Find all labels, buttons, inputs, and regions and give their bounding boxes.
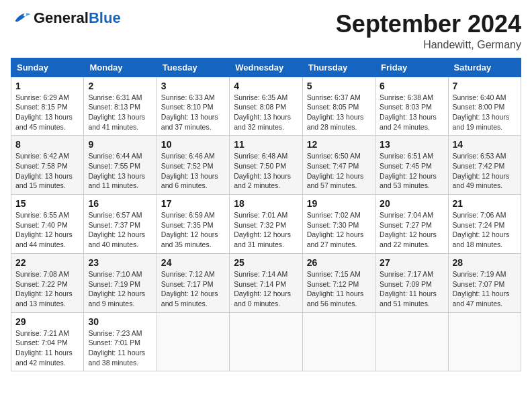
calendar-week-row: 22Sunrise: 7:08 AMSunset: 7:22 PMDayligh… [11,253,521,312]
day-detail: Sunrise: 7:21 AMSunset: 7:04 PMDaylight:… [15,328,79,368]
calendar-day-cell: 18Sunrise: 7:01 AMSunset: 7:32 PMDayligh… [230,195,302,254]
day-detail: Sunrise: 7:02 AMSunset: 7:30 PMDaylight:… [307,210,371,250]
calendar-day-cell: 29Sunrise: 7:21 AMSunset: 7:04 PMDayligh… [11,312,84,371]
day-number: 21 [453,198,517,209]
calendar-day-cell: 7Sunrise: 6:40 AMSunset: 8:00 PMDaylight… [448,77,521,136]
day-number: 7 [453,81,517,91]
day-detail: Sunrise: 6:31 AMSunset: 8:13 PMDaylight:… [88,93,152,132]
calendar-day-cell: 4Sunrise: 6:35 AMSunset: 8:08 PMDaylight… [230,77,302,136]
day-number: 15 [15,198,79,209]
calendar-day-cell [157,312,229,371]
calendar-day-cell: 8Sunrise: 6:42 AMSunset: 7:58 PMDaylight… [11,136,84,195]
day-number: 12 [307,139,371,150]
logo-text: GeneralBlue [34,11,121,26]
day-number: 17 [161,198,225,209]
day-detail: Sunrise: 6:50 AMSunset: 7:47 PMDaylight:… [307,151,371,191]
calendar-day-cell: 27Sunrise: 7:17 AMSunset: 7:09 PMDayligh… [375,253,448,312]
day-number: 24 [161,257,225,268]
calendar-day-cell [375,312,448,371]
day-number: 4 [234,81,298,91]
day-number: 20 [380,198,443,209]
day-detail: Sunrise: 6:38 AMSunset: 8:03 PMDaylight:… [380,93,443,132]
day-number: 28 [453,257,517,268]
day-detail: Sunrise: 7:01 AMSunset: 7:32 PMDaylight:… [234,210,298,250]
day-detail: Sunrise: 6:35 AMSunset: 8:08 PMDaylight:… [234,93,298,132]
weekday-header-row: SundayMondayTuesdayWednesdayThursdayFrid… [11,58,521,77]
calendar-day-cell: 11Sunrise: 6:48 AMSunset: 7:50 PMDayligh… [230,136,302,195]
day-number: 29 [15,316,79,327]
weekday-header-wednesday: Wednesday [230,58,302,77]
calendar-week-row: 29Sunrise: 7:21 AMSunset: 7:04 PMDayligh… [11,312,521,371]
calendar-day-cell: 23Sunrise: 7:10 AMSunset: 7:19 PMDayligh… [84,253,157,312]
day-detail: Sunrise: 6:44 AMSunset: 7:55 PMDaylight:… [88,151,152,191]
weekday-header-monday: Monday [84,58,157,77]
day-detail: Sunrise: 7:10 AMSunset: 7:19 PMDaylight:… [88,269,152,309]
calendar-week-row: 15Sunrise: 6:55 AMSunset: 7:40 PMDayligh… [11,195,521,254]
day-number: 3 [161,81,225,91]
calendar-day-cell: 15Sunrise: 6:55 AMSunset: 7:40 PMDayligh… [11,195,84,254]
day-number: 23 [88,257,152,268]
day-detail: Sunrise: 6:48 AMSunset: 7:50 PMDaylight:… [234,151,298,191]
calendar-day-cell: 20Sunrise: 7:04 AMSunset: 7:27 PMDayligh… [375,195,448,254]
calendar-day-cell: 26Sunrise: 7:15 AMSunset: 7:12 PMDayligh… [302,253,375,312]
day-number: 11 [234,139,298,150]
day-detail: Sunrise: 6:57 AMSunset: 7:37 PMDaylight:… [88,210,152,250]
day-number: 14 [453,139,517,150]
title-block: September 2024 Handewitt, Germany [336,11,521,51]
calendar-day-cell: 19Sunrise: 7:02 AMSunset: 7:30 PMDayligh… [302,195,375,254]
calendar-day-cell: 21Sunrise: 7:06 AMSunset: 7:24 PMDayligh… [448,195,521,254]
calendar-day-cell: 6Sunrise: 6:38 AMSunset: 8:03 PMDaylight… [375,77,448,136]
calendar-week-row: 1Sunrise: 6:29 AMSunset: 8:15 PMDaylight… [11,77,521,136]
calendar-day-cell: 22Sunrise: 7:08 AMSunset: 7:22 PMDayligh… [11,253,84,312]
day-number: 16 [88,198,152,209]
day-number: 1 [15,81,79,91]
weekday-header-saturday: Saturday [448,58,521,77]
day-detail: Sunrise: 7:08 AMSunset: 7:22 PMDaylight:… [15,269,79,309]
day-number: 30 [88,316,152,327]
day-detail: Sunrise: 6:53 AMSunset: 7:42 PMDaylight:… [453,151,517,191]
day-number: 13 [380,139,443,150]
day-detail: Sunrise: 7:23 AMSunset: 7:01 PMDaylight:… [88,328,152,368]
day-detail: Sunrise: 7:06 AMSunset: 7:24 PMDaylight:… [453,210,517,250]
day-number: 2 [88,81,152,91]
calendar-day-cell: 2Sunrise: 6:31 AMSunset: 8:13 PMDaylight… [84,77,157,136]
day-detail: Sunrise: 6:33 AMSunset: 8:10 PMDaylight:… [161,93,225,132]
day-detail: Sunrise: 6:42 AMSunset: 7:58 PMDaylight:… [15,151,79,191]
calendar-day-cell: 9Sunrise: 6:44 AMSunset: 7:55 PMDaylight… [84,136,157,195]
weekday-header-tuesday: Tuesday [157,58,229,77]
day-detail: Sunrise: 7:19 AMSunset: 7:07 PMDaylight:… [453,269,517,309]
calendar-week-row: 8Sunrise: 6:42 AMSunset: 7:58 PMDaylight… [11,136,521,195]
day-number: 25 [234,257,298,268]
calendar-day-cell: 30Sunrise: 7:23 AMSunset: 7:01 PMDayligh… [84,312,157,371]
day-number: 22 [15,257,79,268]
calendar-day-cell: 1Sunrise: 6:29 AMSunset: 8:15 PMDaylight… [11,77,84,136]
day-number: 6 [380,81,443,91]
calendar-day-cell: 28Sunrise: 7:19 AMSunset: 7:07 PMDayligh… [448,253,521,312]
day-detail: Sunrise: 6:37 AMSunset: 8:05 PMDaylight:… [307,93,371,132]
location-title: Handewitt, Germany [336,39,521,51]
day-number: 10 [161,139,225,150]
day-detail: Sunrise: 6:55 AMSunset: 7:40 PMDaylight:… [15,210,79,250]
day-number: 8 [15,139,79,150]
day-detail: Sunrise: 6:40 AMSunset: 8:00 PMDaylight:… [453,93,517,132]
calendar-day-cell [230,312,302,371]
calendar-table: SundayMondayTuesdayWednesdayThursdayFrid… [11,58,521,372]
day-detail: Sunrise: 6:59 AMSunset: 7:35 PMDaylight:… [161,210,225,250]
logo-bird-icon [11,11,31,25]
day-detail: Sunrise: 6:46 AMSunset: 7:52 PMDaylight:… [161,151,225,191]
day-number: 5 [307,81,371,91]
day-detail: Sunrise: 7:15 AMSunset: 7:12 PMDaylight:… [307,269,371,309]
day-number: 27 [380,257,443,268]
month-title: September 2024 [336,11,521,38]
day-detail: Sunrise: 7:12 AMSunset: 7:17 PMDaylight:… [161,269,225,309]
day-detail: Sunrise: 6:29 AMSunset: 8:15 PMDaylight:… [15,93,79,132]
day-number: 9 [88,139,152,150]
logo: GeneralBlue [11,11,121,26]
calendar-day-cell: 17Sunrise: 6:59 AMSunset: 7:35 PMDayligh… [157,195,229,254]
calendar-day-cell: 14Sunrise: 6:53 AMSunset: 7:42 PMDayligh… [448,136,521,195]
day-number: 26 [307,257,371,268]
calendar-day-cell [302,312,375,371]
day-detail: Sunrise: 7:14 AMSunset: 7:14 PMDaylight:… [234,269,298,309]
day-number: 18 [234,198,298,209]
weekday-header-thursday: Thursday [302,58,375,77]
